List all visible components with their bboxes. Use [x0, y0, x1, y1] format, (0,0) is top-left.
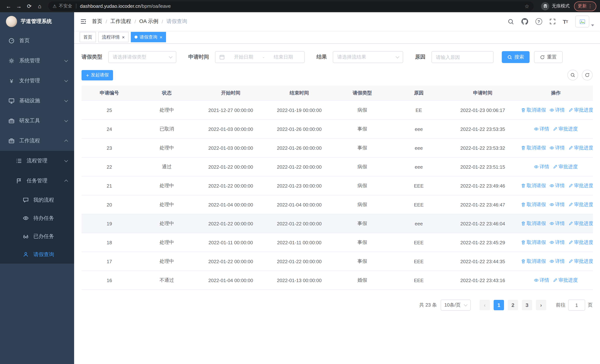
- action-cancel-leave[interactable]: 取消请假: [521, 201, 546, 208]
- sidebar-item-system[interactable]: 系统管理: [0, 51, 74, 71]
- forward-button[interactable]: →: [14, 1, 24, 11]
- cell-end: 2022-01-11 00:00:00: [265, 233, 334, 252]
- cell-apply_time: 2022-01-23 00:06:17: [447, 101, 519, 120]
- sidebar-item-payment[interactable]: ¥ 支付管理: [0, 71, 74, 91]
- sidebar-toggle[interactable]: [80, 18, 87, 25]
- page-button-2[interactable]: 2: [508, 300, 518, 310]
- action-approval-progress[interactable]: 审批进度: [569, 201, 593, 208]
- url-path: /bpm/oa/leave: [141, 3, 171, 9]
- tab-home[interactable]: 首页: [80, 32, 96, 42]
- update-button[interactable]: 更新 ⋮: [574, 1, 596, 11]
- action-cancel-leave[interactable]: 取消请假: [521, 145, 546, 151]
- user-menu[interactable]: [575, 16, 594, 28]
- action-cancel-leave[interactable]: 取消请假: [521, 220, 546, 227]
- breadcrumb-workflow[interactable]: 工作流程: [111, 18, 131, 25]
- close-icon[interactable]: ×: [159, 35, 162, 39]
- action-approval-progress[interactable]: 审批进度: [553, 277, 578, 284]
- action-view-detail[interactable]: 详情: [550, 258, 565, 265]
- close-icon[interactable]: ×: [122, 35, 125, 39]
- cell-apply_time: 2022-01-22 23:49:46: [447, 176, 519, 195]
- cell-id: 24: [82, 120, 137, 139]
- sidebar-item-task-management[interactable]: 任务管理: [0, 171, 74, 191]
- cell-status: 处理中: [137, 101, 197, 120]
- next-page-button[interactable]: ›: [536, 300, 546, 310]
- glasses-icon: [22, 233, 29, 239]
- action-approval-progress[interactable]: 审批进度: [569, 258, 593, 265]
- action-approval-progress[interactable]: 审批进度: [569, 182, 593, 189]
- cell-start: 2022-01-03 00:00:00: [197, 120, 265, 139]
- sidebar-item-infrastructure[interactable]: 基础设施: [0, 91, 74, 111]
- action-view-detail[interactable]: 详情: [550, 220, 565, 227]
- reload-button[interactable]: ⟳: [24, 1, 34, 11]
- goto-page-input[interactable]: [568, 299, 585, 311]
- table-row: 24已取消2022-01-03 00:00:002022-01-26 00:00…: [82, 120, 593, 139]
- cell-actions: 取消请假详情审批进度: [519, 252, 593, 271]
- tab-leave-query[interactable]: 请假查询 ×: [131, 32, 166, 42]
- action-approval-progress[interactable]: 审批进度: [569, 107, 593, 113]
- prev-page-button[interactable]: ‹: [479, 300, 490, 310]
- search-button[interactable]: 搜索: [502, 51, 530, 63]
- action-view-detail[interactable]: 详情: [550, 107, 565, 113]
- leave-type-select[interactable]: 请选择请假类型: [108, 51, 176, 63]
- action-view-detail[interactable]: 详情: [534, 277, 549, 284]
- action-view-detail[interactable]: 详情: [534, 126, 549, 132]
- dashboard-icon: [8, 38, 15, 44]
- header-actions: ? TT: [507, 16, 594, 28]
- goto-label: 前往: [556, 302, 565, 308]
- chevron-up-icon: [64, 180, 68, 183]
- search-icon[interactable]: [507, 18, 514, 25]
- action-view-detail[interactable]: 详情: [534, 163, 549, 170]
- sidebar-item-process-management[interactable]: 流程管理: [0, 151, 74, 171]
- breadcrumb-home[interactable]: 首页: [92, 18, 102, 25]
- sidebar-item-label: 请假查询: [33, 251, 54, 258]
- action-approval-progress[interactable]: 审批进度: [569, 145, 593, 151]
- result-select[interactable]: 请选择流结果: [333, 51, 403, 63]
- app-logo[interactable]: 芋道管理系统: [0, 12, 74, 31]
- action-view-detail[interactable]: 详情: [550, 145, 565, 151]
- action-approval-progress[interactable]: 审批进度: [569, 220, 593, 227]
- font-size-icon[interactable]: TT: [563, 18, 568, 25]
- cell-actions: 详情审批进度: [519, 120, 593, 139]
- action-approval-progress[interactable]: 审批进度: [553, 163, 578, 170]
- action-view-detail[interactable]: 详情: [550, 239, 565, 246]
- reset-button[interactable]: 重置: [534, 51, 562, 63]
- page-button-1[interactable]: 1: [494, 300, 504, 310]
- tab-process-detail[interactable]: 流程详情 ×: [98, 32, 128, 42]
- apply-time-range-picker[interactable]: 开始日期 - 结束日期: [215, 51, 305, 63]
- sidebar-item-leave-query[interactable]: 请假查询: [0, 245, 74, 263]
- back-button[interactable]: ←: [4, 1, 13, 11]
- browser-menu-icon[interactable]: ⋮: [588, 4, 593, 9]
- fullscreen-icon[interactable]: [549, 19, 555, 24]
- sidebar-item-label: 流程管理: [27, 158, 47, 164]
- sidebar-item-label: 待办任务: [33, 215, 54, 222]
- github-icon[interactable]: [521, 18, 528, 25]
- action-cancel-leave[interactable]: 取消请假: [521, 182, 546, 189]
- sidebar-item-devtools[interactable]: 研发工具: [0, 111, 74, 131]
- active-dot-icon: [134, 36, 137, 38]
- sidebar-item-my-process[interactable]: 我的流程: [0, 191, 74, 209]
- page-size-select[interactable]: 10条/页: [441, 299, 471, 311]
- action-approval-progress[interactable]: 审批进度: [569, 239, 593, 246]
- action-view-detail[interactable]: 详情: [550, 182, 565, 189]
- sidebar-item-home[interactable]: 首页: [0, 31, 74, 51]
- breadcrumb-oa-example[interactable]: OA 示例: [139, 18, 159, 25]
- cell-start: 2021-12-27 00:00:00: [197, 101, 265, 120]
- cell-type: 婚假: [334, 271, 391, 290]
- page-button-3[interactable]: 3: [522, 300, 532, 310]
- action-approval-progress[interactable]: 审批进度: [553, 126, 578, 132]
- create-leave-button[interactable]: + 发起请假: [82, 70, 113, 80]
- sidebar-item-workflow[interactable]: 工作流程: [0, 131, 74, 151]
- help-icon[interactable]: ?: [535, 18, 542, 25]
- sidebar-item-todo-tasks[interactable]: 待办任务: [0, 209, 74, 227]
- address-bar[interactable]: ⚠ 不安全 dashboard.yudao.iocoder.cn/bpm/oa/…: [48, 1, 534, 11]
- action-cancel-leave[interactable]: 取消请假: [521, 107, 546, 113]
- toggle-search-button[interactable]: [567, 70, 578, 80]
- reason-input[interactable]: [431, 51, 494, 63]
- home-button[interactable]: ⌂: [35, 1, 45, 11]
- action-view-detail[interactable]: 详情: [550, 201, 565, 208]
- action-cancel-leave[interactable]: 取消请假: [521, 258, 546, 265]
- bookmark-star-icon[interactable]: ☆: [525, 3, 529, 9]
- refresh-button[interactable]: [582, 70, 593, 80]
- action-cancel-leave[interactable]: 取消请假: [521, 239, 546, 246]
- sidebar-item-done-tasks[interactable]: 已办任务: [0, 227, 74, 245]
